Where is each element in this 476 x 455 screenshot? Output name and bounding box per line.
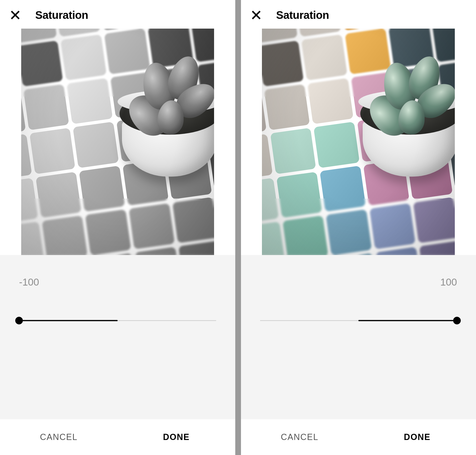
saturation-slider[interactable] [260,317,457,324]
succulent-pot [110,56,214,187]
slider-thumb[interactable] [453,317,461,324]
header: Saturation [241,0,476,29]
slider-value-row: 100 [260,276,457,291]
screen-title: Saturation [35,8,88,21]
close-icon[interactable] [251,9,262,21]
image-preview-wrap [0,29,235,255]
saturation-editor-panel-right: Saturation 100 CANCEL [238,0,476,455]
slider-track-active [19,320,118,321]
slider-track-active [358,320,457,321]
slider-value: -100 [19,276,39,288]
succulent-pot [351,56,455,187]
screen-title: Saturation [276,8,329,21]
cancel-button[interactable]: CANCEL [0,419,118,455]
footer: CANCEL DONE [241,419,476,455]
slider-thumb[interactable] [15,317,23,324]
controls-area: 100 [241,255,476,419]
slider-value-row: -100 [19,276,216,291]
header: Saturation [0,0,235,29]
done-button[interactable]: DONE [358,419,476,455]
saturation-editor-panel-left: Saturation -100 CANCEL [0,0,238,455]
image-preview [21,29,214,255]
footer: CANCEL DONE [0,419,235,455]
slider-value: 100 [440,276,457,288]
image-preview-wrap [241,29,476,255]
cancel-button[interactable]: CANCEL [241,419,359,455]
saturation-slider[interactable] [19,317,216,324]
done-button[interactable]: DONE [118,419,235,455]
controls-area: -100 [0,255,235,419]
close-icon[interactable] [9,9,21,21]
image-preview [262,29,455,255]
